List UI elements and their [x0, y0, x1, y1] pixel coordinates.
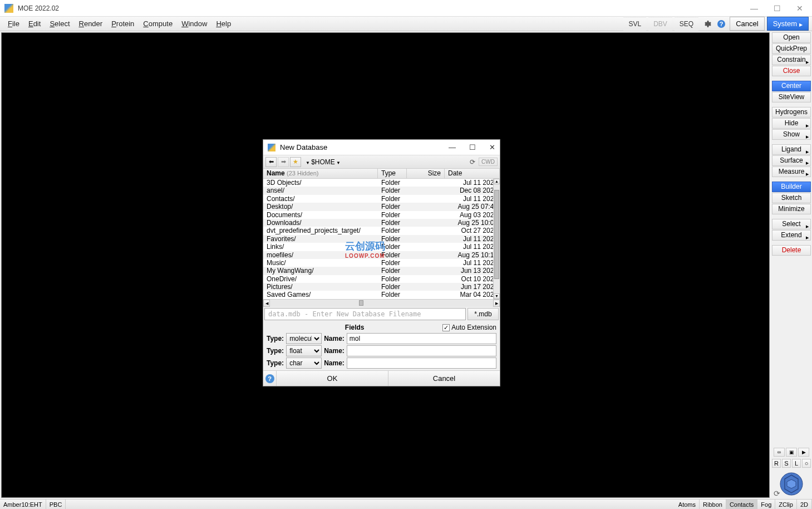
- minimize-button[interactable]: Minimize: [772, 204, 811, 214]
- stereo-icon[interactable]: ∞: [774, 448, 785, 457]
- menu-compute[interactable]: Compute: [139, 17, 177, 30]
- file-row[interactable]: OneDrive/FolderOct 10 2022: [263, 275, 500, 283]
- hide-button[interactable]: Hide: [772, 118, 811, 129]
- dialog-cancel-button[interactable]: Cancel: [388, 371, 500, 386]
- column-type[interactable]: Type: [378, 169, 407, 178]
- fields-label: Fields: [267, 324, 442, 331]
- constrain-button[interactable]: Constrain: [772, 55, 811, 65]
- display-menu-icon[interactable]: ▶: [798, 448, 809, 457]
- file-row[interactable]: Contacts/FolderJul 11 2022: [263, 195, 500, 203]
- favorite-button[interactable]: ★: [290, 157, 301, 167]
- column-size[interactable]: Size: [407, 169, 445, 178]
- file-row[interactable]: Desktop/FolderAug 25 07:48: [263, 203, 500, 211]
- seq-button[interactable]: SEQ: [675, 17, 698, 31]
- menu-window[interactable]: Window: [177, 17, 211, 30]
- hydrogens-button[interactable]: Hydrogens: [772, 107, 811, 118]
- refresh-icon[interactable]: ⟳: [774, 489, 780, 498]
- path-dropdown[interactable]: $HOME: [302, 158, 466, 166]
- file-row[interactable]: moefiles/FolderAug 25 10:18: [263, 251, 500, 259]
- back-button[interactable]: ⬅: [265, 157, 277, 167]
- status-atoms[interactable]: Atoms: [675, 500, 700, 510]
- menu-help[interactable]: Help: [211, 17, 235, 30]
- gear-icon[interactable]: [701, 18, 713, 30]
- file-list[interactable]: 3D Objects/FolderJul 11 2022ansel/Folder…: [263, 179, 500, 299]
- ligand-button[interactable]: Ligand: [772, 144, 811, 155]
- top-cancel-button[interactable]: Cancel: [730, 17, 764, 31]
- menu-edit[interactable]: Edit: [24, 17, 45, 30]
- file-row[interactable]: 3D Objects/FolderJul 11 2022: [263, 179, 500, 187]
- s-toggle[interactable]: S: [782, 459, 791, 468]
- forward-button[interactable]: ➡: [278, 157, 289, 167]
- cwd-button[interactable]: CWD: [479, 158, 498, 166]
- file-row[interactable]: Saved Games/FolderMar 04 2023: [263, 291, 500, 298]
- vertical-scrollbar[interactable]: ▲▼: [493, 179, 500, 299]
- trackball-icon[interactable]: ⟳: [775, 470, 808, 498]
- file-row[interactable]: My WangWang/FolderJun 13 2023: [263, 267, 500, 275]
- status-contacts[interactable]: Contacts: [726, 500, 757, 510]
- refresh-button[interactable]: ⟳: [467, 157, 478, 167]
- builder-button[interactable]: Builder: [772, 182, 811, 192]
- type-select-3[interactable]: char: [286, 358, 322, 369]
- close-icon[interactable]: ✕: [796, 4, 803, 13]
- new-database-dialog: New Database — ☐ ✕ ⬅ ➡ ★ $HOME ⟳ CWD Nam…: [263, 139, 500, 386]
- help-icon[interactable]: ?: [715, 18, 727, 30]
- file-row[interactable]: Pictures/FolderJun 17 2023: [263, 283, 500, 291]
- extension-button[interactable]: *.mdb: [467, 308, 499, 320]
- camera-icon[interactable]: ▣: [786, 448, 797, 457]
- horizontal-scrollbar[interactable]: ◀▶: [263, 299, 500, 307]
- l-toggle[interactable]: L: [792, 459, 801, 468]
- type-select-1[interactable]: molecule: [286, 333, 322, 344]
- menu-select[interactable]: Select: [45, 17, 74, 30]
- dbv-button[interactable]: DBV: [648, 17, 672, 31]
- measure-button[interactable]: Measure: [772, 167, 811, 177]
- close-button[interactable]: Close: [772, 66, 811, 76]
- file-row[interactable]: Downloads/FolderAug 25 10:04: [263, 219, 500, 227]
- dot-toggle[interactable]: ○: [802, 459, 811, 468]
- sketch-button[interactable]: Sketch: [772, 193, 811, 203]
- ok-button[interactable]: OK: [277, 371, 388, 386]
- select-button[interactable]: Select: [772, 219, 811, 229]
- r-toggle[interactable]: R: [772, 459, 781, 468]
- center-button[interactable]: Center: [772, 81, 811, 91]
- siteview-button[interactable]: SiteView: [772, 92, 811, 102]
- system-button[interactable]: System: [767, 17, 809, 31]
- status-zclip[interactable]: ZClip: [775, 500, 797, 510]
- file-row[interactable]: Music/FolderJul 11 2022: [263, 259, 500, 267]
- name-input-2[interactable]: [347, 345, 496, 356]
- dialog-title: New Database: [280, 143, 327, 151]
- column-name[interactable]: Name (23 Hidden): [263, 169, 378, 178]
- menu-render[interactable]: Render: [75, 17, 107, 30]
- surface-button[interactable]: Surface: [772, 155, 811, 166]
- file-row[interactable]: dvt_predefined_projects_target/FolderOct…: [263, 227, 500, 234]
- column-date[interactable]: Date: [445, 169, 500, 178]
- file-row[interactable]: Links/FolderJul 11 2022: [263, 243, 500, 251]
- delete-button[interactable]: Delete: [772, 245, 811, 256]
- open-button[interactable]: Open: [772, 32, 811, 43]
- forcefield-status[interactable]: Amber10:EHT: [0, 500, 46, 509]
- menu-protein[interactable]: Protein: [107, 17, 139, 30]
- file-row[interactable]: Favorites/FolderJul 11 2022: [263, 235, 500, 243]
- menu-file[interactable]: File: [3, 17, 24, 30]
- show-button[interactable]: Show: [772, 129, 811, 140]
- dialog-minimize-icon[interactable]: —: [449, 143, 456, 151]
- maximize-icon[interactable]: ☐: [774, 4, 781, 13]
- pbc-status[interactable]: PBC: [46, 500, 66, 509]
- file-row[interactable]: Documents/FolderAug 03 2023: [263, 211, 500, 219]
- extend-button[interactable]: Extend: [772, 230, 811, 241]
- auto-extension-checkbox[interactable]: ✓Auto Extension: [442, 324, 496, 331]
- quickprep-button[interactable]: QuickPrep: [772, 43, 811, 54]
- name-input-1[interactable]: [347, 333, 496, 344]
- minimize-icon[interactable]: —: [750, 4, 758, 13]
- dialog-maximize-icon[interactable]: ☐: [469, 143, 476, 151]
- type-label-3: Type:: [267, 359, 284, 367]
- filename-input[interactable]: [264, 308, 466, 320]
- status-fog[interactable]: Fog: [757, 500, 775, 510]
- dialog-help-button[interactable]: ?: [263, 371, 277, 386]
- file-row[interactable]: ansel/FolderDec 08 2022: [263, 187, 500, 194]
- svl-button[interactable]: SVL: [623, 17, 646, 31]
- name-input-3[interactable]: [347, 358, 496, 369]
- dialog-close-icon[interactable]: ✕: [489, 143, 495, 151]
- type-select-2[interactable]: float: [286, 345, 322, 356]
- status-2d[interactable]: 2D: [797, 500, 812, 510]
- status-ribbon[interactable]: Ribbon: [700, 500, 726, 510]
